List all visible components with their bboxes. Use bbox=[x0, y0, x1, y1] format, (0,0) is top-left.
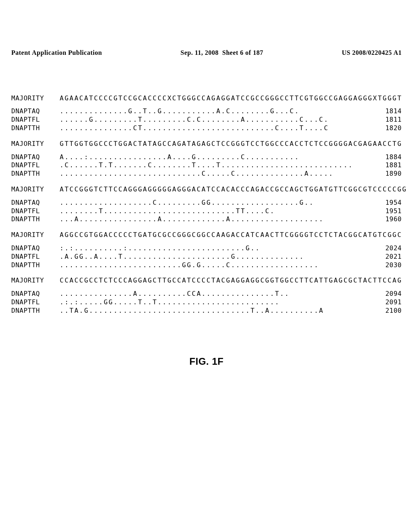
position-number bbox=[402, 140, 410, 148]
sequence-text: .:.:.....GG.....T..T....................… bbox=[60, 298, 369, 307]
row-label: DNAPTFL bbox=[11, 161, 60, 170]
sequence-text: ........T...........................TT..… bbox=[60, 207, 369, 216]
position-number: 1814 bbox=[369, 107, 402, 116]
position-number: 1811 bbox=[369, 116, 402, 124]
sequence-row: DNAPTAQ...............A..........CCA....… bbox=[11, 290, 402, 298]
row-label: DNAPTFL bbox=[11, 116, 60, 124]
sequence-text: CCACCGCCTCTCCCAGGAGCTTGCCATCCCCTACGAGGAG… bbox=[60, 276, 402, 285]
position-number: 1820 bbox=[369, 124, 402, 133]
position-number: 1960 bbox=[369, 215, 402, 224]
row-label: DNAPTFL bbox=[11, 207, 60, 216]
sequence-row: DNAPTFL......G.........T.........C.C....… bbox=[11, 116, 402, 124]
sequence-text: .C......T.T.......C........T....T.......… bbox=[60, 161, 369, 170]
row-label: MAJORITY bbox=[11, 94, 60, 103]
alignment-block: MAJORITYCCACCGCCTCTCCCAGGAGCTTGCCATCCCCT… bbox=[11, 276, 402, 315]
majority-row: MAJORITYAGAACATCCCCGTCCGCACCCCXCTGGGCCAG… bbox=[11, 94, 402, 103]
position-number: 2091 bbox=[369, 298, 402, 307]
row-label: DNAPTAQ bbox=[11, 107, 60, 116]
alignment-block: MAJORITYATCCGGGTCTTCCAGGGAGGGGGAGGGACATC… bbox=[11, 185, 402, 224]
sequence-alignment: MAJORITYAGAACATCCCCGTCCGCACCCCXCTGGGCCAG… bbox=[11, 94, 402, 315]
sequence-text: .............................C.....C....… bbox=[60, 170, 369, 178]
sequence-text: A....:................A....G.........C..… bbox=[60, 153, 369, 162]
row-label: DNAPTTH bbox=[11, 124, 60, 133]
position-number bbox=[402, 94, 410, 103]
row-label: DNAPTAQ bbox=[11, 153, 60, 162]
sequence-text: AGAACATCCCCGTCCGCACCCCXCTGGGCCAGAGGATCCG… bbox=[60, 94, 402, 103]
sequence-row: DNAPTAQ:.:..........:...................… bbox=[11, 244, 402, 253]
majority-row: MAJORITYATCCGGGTCTTCCAGGGAGGGGGAGGGACATC… bbox=[11, 185, 402, 194]
row-label: DNAPTTH bbox=[11, 307, 60, 315]
alignment-block: MAJORITYAGAACATCCCCGTCCGCACCCCXCTGGGCCAG… bbox=[11, 94, 402, 133]
position-number: 2030 bbox=[369, 261, 402, 270]
sequence-row: DNAPTAQ..............G..T..G...........A… bbox=[11, 107, 402, 116]
header-right: US 2008/0220425 A1 bbox=[342, 49, 402, 57]
majority-row: MAJORITYAGGCCGTGGACCCCCTGATGCGCCGGGCGGCC… bbox=[11, 231, 402, 239]
row-label: DNAPTTH bbox=[11, 261, 60, 270]
position-number: 1954 bbox=[369, 199, 402, 207]
sequence-row: DNAPTFL.A.GG..A....T....................… bbox=[11, 253, 402, 261]
row-label: MAJORITY bbox=[11, 140, 60, 148]
sequence-text: .........................GG.G.....C.....… bbox=[60, 261, 369, 270]
sequence-row: DNAPTFL........T........................… bbox=[11, 207, 402, 216]
alignment-block: MAJORITYGTTGGTGGCCCTGGACTATAGCCAGATAGAGC… bbox=[11, 140, 402, 178]
sequence-row: DNAPTAQ...................C.........GG..… bbox=[11, 199, 402, 207]
sequence-text: .A.GG..A....T......................G....… bbox=[60, 253, 369, 261]
sequence-row: DNAPTTH...............CT................… bbox=[11, 124, 402, 133]
row-label: DNAPTTH bbox=[11, 215, 60, 224]
sequence-row: DNAPTAQA....:................A....G.....… bbox=[11, 153, 402, 162]
sequence-text: ...................C.........GG.........… bbox=[60, 199, 369, 207]
position-number: 2024 bbox=[369, 244, 402, 253]
position-number: 1884 bbox=[369, 153, 402, 162]
row-label: DNAPTTH bbox=[11, 170, 60, 178]
position-number: 1890 bbox=[369, 170, 402, 178]
sequence-row: DNAPTTH.............................C...… bbox=[11, 170, 402, 178]
sequence-row: DNAPTFL.:.:.....GG.....T..T.............… bbox=[11, 298, 402, 307]
sequence-text: :.:..........:........................G.… bbox=[60, 244, 369, 253]
row-label: MAJORITY bbox=[11, 276, 60, 285]
majority-row: MAJORITYGTTGGTGGCCCTGGACTATAGCCAGATAGAGC… bbox=[11, 140, 402, 148]
sequence-text: ...............A..........CCA...........… bbox=[60, 290, 369, 298]
sequence-text: ...............CT.......................… bbox=[60, 124, 369, 133]
position-number bbox=[402, 276, 410, 285]
row-label: DNAPTAQ bbox=[11, 290, 60, 298]
row-label: DNAPTFL bbox=[11, 298, 60, 307]
sequence-text: ..TA.G.................................T… bbox=[60, 307, 369, 315]
sequence-text: ...A................A.............A.....… bbox=[60, 215, 369, 224]
row-label: DNAPTFL bbox=[11, 253, 60, 261]
row-label: MAJORITY bbox=[11, 185, 60, 194]
row-label: DNAPTAQ bbox=[11, 244, 60, 253]
sequence-text: ......G.........T.........C.C........A..… bbox=[60, 116, 369, 124]
sequence-row: DNAPTFL.C......T.T.......C........T....T… bbox=[11, 161, 402, 170]
header-left: Patent Application Publication bbox=[11, 49, 102, 57]
position-number: 1881 bbox=[369, 161, 402, 170]
page-header: Patent Application Publication Sep. 11, … bbox=[11, 49, 402, 57]
position-number: 1951 bbox=[369, 207, 402, 216]
position-number: 2021 bbox=[369, 253, 402, 261]
row-label: MAJORITY bbox=[11, 231, 60, 239]
position-number bbox=[407, 185, 410, 194]
sequence-text: AGGCCGTGGACCCCCTGATGCGCCGGGCGGCCAAGACCAT… bbox=[60, 231, 402, 239]
sequence-row: DNAPTTH..TA.G...........................… bbox=[11, 307, 402, 315]
position-number: 2100 bbox=[369, 307, 402, 315]
position-number: 2094 bbox=[369, 290, 402, 298]
sequence-row: DNAPTTH.........................GG.G....… bbox=[11, 261, 402, 270]
sequence-text: ATCCGGGTCTTCCAGGGAGGGGGAGGGACATCCACACCCA… bbox=[60, 185, 407, 194]
sequence-text: GTTGGTGGCCCTGGACTATAGCCAGATAGAGCTCCGGGTC… bbox=[60, 140, 402, 148]
header-center: Sep. 11, 2008 Sheet 6 of 187 bbox=[181, 49, 263, 57]
alignment-block: MAJORITYAGGCCGTGGACCCCCTGATGCGCCGGGCGGCC… bbox=[11, 231, 402, 269]
majority-row: MAJORITYCCACCGCCTCTCCCAGGAGCTTGCCATCCCCT… bbox=[11, 276, 402, 285]
sequence-text: ..............G..T..G...........A.C.....… bbox=[60, 107, 369, 116]
row-label: DNAPTAQ bbox=[11, 199, 60, 207]
figure-label: FIG. 1F bbox=[11, 355, 402, 368]
sequence-row: DNAPTTH...A................A............… bbox=[11, 215, 402, 224]
position-number bbox=[402, 231, 410, 239]
